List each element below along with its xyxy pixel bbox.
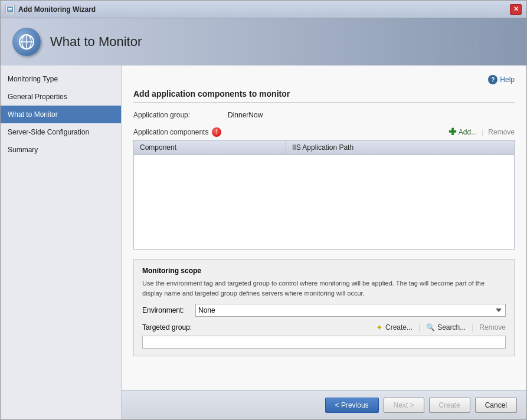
environment-row: Environment: None bbox=[142, 304, 506, 317]
create-separator: | bbox=[418, 323, 420, 332]
targeted-group-row: Targeted group: ✦ Create... | 🔍 Search..… bbox=[142, 323, 506, 332]
search-icon: 🔍 bbox=[426, 323, 435, 332]
remove-label: Remove bbox=[488, 128, 515, 136]
sidebar: Monitoring Type General Properties What … bbox=[1, 65, 122, 419]
error-icon: ! bbox=[212, 127, 221, 137]
targeted-actions: ✦ Create... | 🔍 Search... | Remove bbox=[195, 323, 506, 332]
application-group-label: Application group: bbox=[133, 111, 228, 119]
create-wizard-button[interactable]: Create bbox=[429, 398, 470, 413]
svg-point-5 bbox=[456, 18, 515, 65]
col-iis-path: IIS Application Path bbox=[286, 140, 515, 155]
sidebar-item-summary[interactable]: Summary bbox=[1, 141, 121, 159]
search-label: Search... bbox=[437, 323, 466, 332]
scope-description: Use the environment tag and targeted gro… bbox=[142, 278, 506, 298]
main-window: Add Monitoring Wizard ✕ What to Monitor … bbox=[0, 0, 527, 420]
svg-rect-2 bbox=[8, 9, 12, 10]
sidebar-item-general-properties[interactable]: General Properties bbox=[1, 88, 121, 106]
components-header: Application components ! ✚ Add... | Remo… bbox=[133, 126, 515, 137]
page-title: What to Monitor bbox=[50, 34, 142, 50]
footer-bar: < Previous Next > Create Cancel bbox=[122, 390, 526, 419]
targeted-group-label: Targeted group: bbox=[142, 323, 195, 332]
add-button[interactable]: ✚ Add... bbox=[449, 126, 477, 137]
components-table: Component IIS Application Path bbox=[133, 140, 515, 250]
svg-rect-1 bbox=[8, 8, 12, 9]
main-inner: ? Help Add application components to mon… bbox=[122, 65, 526, 390]
svg-point-4 bbox=[432, 18, 503, 65]
sidebar-item-what-to-monitor[interactable]: What to Monitor bbox=[1, 106, 121, 123]
targeted-group-input bbox=[142, 336, 506, 349]
help-row: ? Help bbox=[133, 75, 515, 84]
environment-label: Environment: bbox=[142, 306, 195, 314]
search-button[interactable]: 🔍 Search... bbox=[426, 323, 466, 332]
header-banner: What to Monitor bbox=[1, 18, 526, 65]
help-link[interactable]: ? Help bbox=[488, 75, 515, 84]
components-label-text: Application components bbox=[133, 128, 208, 136]
window-title: Add Monitoring Wizard bbox=[18, 5, 510, 14]
remove-components-button: Remove bbox=[488, 128, 515, 136]
scope-title: Monitoring scope bbox=[142, 267, 506, 275]
search-separator: | bbox=[472, 323, 473, 332]
window-icon bbox=[5, 5, 15, 14]
remove-targeted-label: Remove bbox=[479, 323, 506, 332]
close-button[interactable]: ✕ bbox=[510, 4, 522, 15]
create-icon: ✦ bbox=[376, 323, 383, 332]
help-icon: ? bbox=[488, 75, 497, 84]
sidebar-item-server-side-config[interactable]: Server-Side Configuration bbox=[1, 123, 121, 141]
cancel-button[interactable]: Cancel bbox=[475, 398, 517, 413]
header-icon bbox=[12, 28, 41, 56]
section-title: Add application components to monitor bbox=[133, 89, 515, 103]
previous-button[interactable]: < Previous bbox=[325, 398, 379, 413]
components-actions: ✚ Add... | Remove bbox=[449, 126, 515, 137]
content-area: Monitoring Type General Properties What … bbox=[1, 65, 526, 419]
title-bar: Add Monitoring Wizard ✕ bbox=[1, 1, 526, 18]
application-group-row: Application group: DinnerNow bbox=[133, 111, 515, 119]
create-label: Create... bbox=[385, 323, 413, 332]
next-button[interactable]: Next > bbox=[384, 398, 424, 413]
sidebar-item-monitoring-type[interactable]: Monitoring Type bbox=[1, 70, 121, 88]
monitoring-scope: Monitoring scope Use the environment tag… bbox=[133, 259, 515, 356]
application-group-value: DinnerNow bbox=[228, 111, 263, 119]
environment-select[interactable]: None bbox=[195, 304, 506, 317]
add-label: Add... bbox=[459, 128, 477, 136]
components-label-group: Application components ! bbox=[133, 127, 221, 137]
action-separator: | bbox=[482, 128, 483, 136]
col-component: Component bbox=[134, 140, 286, 155]
create-button[interactable]: ✦ Create... bbox=[376, 323, 413, 332]
main-content: ? Help Add application components to mon… bbox=[122, 65, 526, 419]
svg-rect-3 bbox=[8, 11, 11, 11]
add-icon: ✚ bbox=[449, 126, 456, 137]
help-label: Help bbox=[500, 76, 515, 84]
remove-targeted-button: Remove bbox=[479, 323, 506, 332]
